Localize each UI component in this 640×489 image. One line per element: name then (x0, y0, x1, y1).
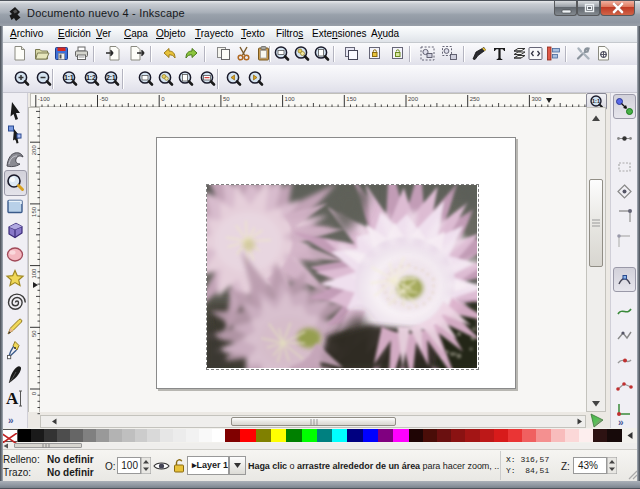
svg-text:100: 100 (285, 96, 296, 102)
svg-text:250: 250 (470, 96, 481, 102)
svg-text:0: 0 (161, 96, 165, 102)
svg-text:50: 50 (31, 330, 37, 337)
svg-text:100: 100 (31, 268, 37, 279)
svg-text:200: 200 (408, 96, 419, 102)
svg-text:0: 0 (31, 391, 37, 395)
svg-text:1:1: 1:1 (64, 74, 74, 81)
svg-text:A: A (6, 389, 19, 408)
svg-text:200: 200 (31, 145, 37, 156)
svg-text:50: 50 (223, 96, 230, 102)
svg-text:150: 150 (31, 206, 37, 217)
svg-text:-50: -50 (100, 96, 109, 102)
svg-text:150: 150 (346, 96, 357, 102)
svg-text:2:1: 2:1 (106, 74, 116, 81)
svg-text:1:2: 1:2 (86, 74, 96, 81)
svg-text:300: 300 (531, 96, 542, 102)
svg-text:1:1: 1:1 (592, 98, 600, 104)
svg-text:-100: -100 (38, 96, 51, 102)
